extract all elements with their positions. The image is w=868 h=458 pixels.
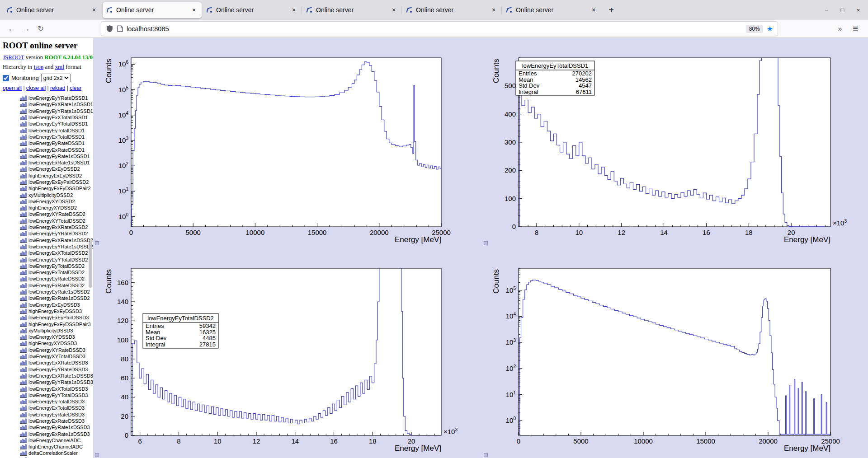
tree-item[interactable]: lowEnergyEyYRateDSSD1 [3, 95, 93, 101]
pad-1[interactable]: 0500010000150002000025000100101102103104… [93, 38, 483, 248]
tree-item[interactable]: lowEnergyExXRate1sDSSD2 [3, 237, 93, 243]
tab-close-icon[interactable]: × [389, 5, 398, 14]
page-info-icon[interactable] [117, 25, 123, 32]
tree-item[interactable]: highEnergyExEyDSSD3 [3, 308, 93, 314]
tree-item[interactable]: lowEnergyEyRate1sDSSD2 [3, 289, 93, 295]
pad-4[interactable]: 0500010000150002000025000100101102103104… [483, 248, 868, 458]
tree-item[interactable]: lowEnergyExXRateDSSD2 [3, 224, 93, 230]
tree-item[interactable]: lowEnergyEyRate1sDSSD3 [3, 424, 93, 430]
action-close-all[interactable]: close all [26, 85, 46, 91]
action-clear[interactable]: clear [70, 85, 81, 91]
tree-item[interactable]: deltaCorrelationScaler [3, 450, 93, 456]
tree-item[interactable]: highEnergyChannelADC [3, 444, 93, 450]
minimize-button[interactable]: − [819, 0, 835, 20]
tree-item[interactable]: lowEnergyExEyDSSD2 [3, 166, 93, 172]
tree-item[interactable]: lowEnergyExXRateDSSD3 [3, 360, 93, 366]
tree-item[interactable]: lowEnergyExRateDSSD1 [3, 146, 93, 153]
tree-item[interactable]: lowEnergyXYTotalDSSD2 [3, 218, 93, 224]
xml-link[interactable]: xml [55, 63, 64, 70]
tab-close-icon[interactable]: × [589, 5, 598, 14]
tree-item[interactable]: lowEnergyChannelADC [3, 437, 93, 444]
tree-item[interactable]: lowEnergyEyYRateDSSD3 [3, 366, 93, 372]
histogram-pad-4[interactable]: 0500010000150002000025000100101102103104… [483, 248, 868, 458]
browser-tab[interactable]: Online server× [3, 2, 102, 18]
tab-close-icon[interactable]: × [289, 5, 298, 14]
tree-item[interactable]: lowEnergyEyYRate1sDSSD3 [3, 379, 93, 385]
tree-item[interactable]: highEnergyExEyDSSDPair3 [3, 321, 93, 327]
tree-item[interactable]: lowEnergyExXRate1sDSSD1 [3, 101, 93, 107]
tree-item[interactable]: highEnergyXYDSSD3 [3, 340, 93, 346]
tree-item[interactable]: lowEnergyExRateDSSD2 [3, 282, 93, 289]
tree-item[interactable]: lowEnergyXYRateDSSD3 [3, 347, 93, 353]
action-open-all[interactable]: open all [3, 85, 22, 91]
tree-item[interactable]: lowEnergyExXTotalDSSD2 [3, 250, 93, 256]
address-bar[interactable]: localhost:8085 80% ★ [101, 22, 778, 36]
tree-item[interactable]: lowEnergyExEyPairDSSD3 [3, 314, 93, 321]
tree-item[interactable]: lowEnergyExTotalDSSD2 [3, 269, 93, 276]
histogram-pad-2[interactable]: 81012141618200100200300400500Energy [MeV… [483, 38, 868, 248]
browser-tab[interactable]: Online server× [402, 2, 501, 18]
pad-2[interactable]: 81012141618200100200300400500Energy [MeV… [483, 38, 868, 248]
json-link[interactable]: json [34, 63, 44, 70]
tree-item[interactable]: lowEnergyEyYRateDSSD2 [3, 230, 93, 237]
tree-item[interactable]: lowEnergyExTotalDSSD3 [3, 405, 93, 411]
histogram-pad-3[interactable]: 68101214161820020406080100120140160Energ… [93, 248, 483, 458]
tab-close-icon[interactable]: × [90, 5, 99, 14]
tree-item[interactable]: lowEnergyExXRate1sDSSD3 [3, 373, 93, 379]
tab-close-icon[interactable]: × [189, 5, 198, 14]
tree-item[interactable]: lowEnergyEyTotalDSSD1 [3, 127, 93, 133]
pad-resize-handle[interactable] [95, 453, 99, 457]
tree-item[interactable]: lowEnergyEyYTotalDSSD3 [3, 392, 93, 398]
shield-icon[interactable] [106, 25, 113, 33]
tree-item[interactable]: lowEnergyEyTotalDSSD2 [3, 263, 93, 269]
histogram-pad-1[interactable]: 0500010000150002000025000100101102103104… [93, 38, 483, 248]
browser-tab[interactable]: Online server× [302, 2, 401, 18]
tree-item[interactable]: highEnergyExEyDSSDPair2 [3, 185, 93, 192]
tree-item[interactable]: lowEnergyExRate1sDSSD3 [3, 430, 93, 437]
tree-item[interactable]: lowEnergyEyRate1sDSSD1 [3, 153, 93, 159]
pad-resize-handle[interactable] [95, 241, 99, 245]
tab-close-icon[interactable]: × [489, 5, 498, 14]
new-tab-button[interactable]: + [604, 3, 618, 17]
tree-item[interactable]: lowEnergyExXTotalDSSD3 [3, 385, 93, 392]
tree-item[interactable]: lowEnergyExEyPairDSSD2 [3, 179, 93, 185]
browser-tab[interactable]: Online server× [103, 2, 202, 18]
tree-item[interactable]: lowEnergyExTotalDSSD1 [3, 134, 93, 140]
tree-item[interactable]: highEnergyExEyDSSD2 [3, 173, 93, 179]
tree-item[interactable]: lowEnergyEyTotalDSSD3 [3, 398, 93, 405]
url-text[interactable]: localhost:8085 [127, 25, 742, 33]
tree-item[interactable]: lowEnergyExRateDSSD3 [3, 418, 93, 424]
layout-select[interactable]: grid 2x2 [41, 74, 71, 82]
tree-item[interactable]: lowEnergyXYDSSD2 [3, 198, 93, 205]
reload-button[interactable]: ↻ [33, 22, 48, 36]
tree-item[interactable]: highEnergyXYDSSD2 [3, 205, 93, 211]
tree-item[interactable]: lowEnergyExXTotalDSSD1 [3, 114, 93, 121]
bookmark-star-icon[interactable]: ★ [767, 24, 773, 33]
maximize-button[interactable]: □ [835, 0, 850, 20]
pad-3[interactable]: 68101214161820020406080100120140160Energ… [93, 248, 483, 458]
browser-tab[interactable]: Online server× [502, 2, 601, 18]
pad-resize-handle[interactable] [484, 453, 488, 457]
monitoring-checkbox[interactable] [3, 75, 9, 81]
tree-item[interactable]: lowEnergyXYRateDSSD2 [3, 211, 93, 217]
action-reload[interactable]: reload [50, 85, 65, 91]
tree-item[interactable]: lowEnergyHitPattern [3, 457, 93, 458]
tree-item[interactable]: lowEnergyEyRateDSSD3 [3, 411, 93, 418]
forward-button[interactable]: → [19, 22, 33, 36]
sidebar-scrollbar-thumb[interactable] [89, 242, 92, 288]
tree-item[interactable]: lowEnergyEyYTotalDSSD1 [3, 121, 93, 127]
tree-item[interactable]: lowEnergyEyRateDSSD2 [3, 276, 93, 282]
tree-item[interactable]: xyMultiplicityDSSD2 [3, 192, 93, 198]
tree-item[interactable]: lowEnergyEyYRate1sDSSD2 [3, 243, 93, 250]
browser-tab[interactable]: Online server× [203, 2, 302, 18]
close-window-button[interactable]: × [850, 0, 866, 20]
overflow-menu-icon[interactable]: » [835, 25, 845, 33]
tree-item[interactable]: lowEnergyEyYRate1sDSSD1 [3, 108, 93, 114]
jsroot-link[interactable]: JSROOT [3, 54, 24, 61]
tree-item[interactable]: lowEnergyXYTotalDSSD3 [3, 353, 93, 360]
tree-item[interactable]: lowEnergyExRate1sDSSD2 [3, 295, 93, 301]
tree-item[interactable]: lowEnergyExEyDSSD3 [3, 302, 93, 308]
pad-resize-handle[interactable] [484, 241, 488, 245]
tree-item[interactable]: lowEnergyEyYTotalDSSD2 [3, 256, 93, 262]
back-button[interactable]: ← [5, 22, 19, 36]
